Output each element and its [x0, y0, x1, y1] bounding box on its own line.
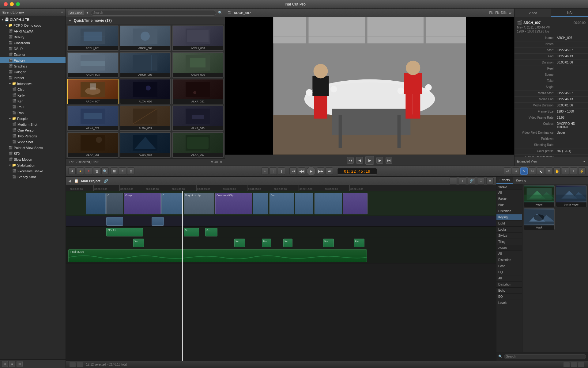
clip-v5[interactable] [253, 193, 268, 214]
clip-v4[interactable]: Garys test clip [184, 193, 214, 214]
tree-item-wide-shot[interactable]: 🎬 Wide Shot [0, 139, 66, 145]
tree-item-medium-shot[interactable]: 🎬 Medium Shot [0, 121, 66, 127]
clip-a3[interactable]: S... [262, 239, 271, 247]
close-button[interactable] [4, 2, 8, 6]
effects-cat-audio-all[interactable]: All [496, 251, 522, 257]
tree-item-kelly[interactable]: 🎬 Kelly [0, 92, 66, 98]
browser-filter-icon[interactable]: ⊙ [211, 160, 213, 164]
maximize-button[interactable] [16, 2, 20, 6]
effects-cat-audio-all2[interactable]: All [496, 275, 522, 282]
effects-cat-stylize[interactable]: Stylize [496, 233, 522, 239]
effects-cat-blur[interactable]: Blur [496, 202, 522, 208]
tree-item-classroom[interactable]: 🎬 Classroom [0, 40, 66, 46]
play-pause-button[interactable]: ▶ [365, 156, 374, 165]
tab-info[interactable]: Info [551, 9, 588, 17]
clip-comp1[interactable]: Comp... [124, 193, 161, 214]
tree-item-chip[interactable]: 🎬 Chip [0, 86, 66, 92]
browser-options-icon[interactable]: ⚙ [220, 160, 222, 164]
tree-item-halogen[interactable]: 🎬 Halogen [0, 69, 66, 75]
tree-item-stabilization[interactable]: ▼ 📁 Stabilization [0, 162, 66, 168]
clip-comp3[interactable] [343, 193, 368, 214]
inspector-view-dropdown-arrow[interactable]: ▼ [583, 160, 586, 163]
blade-button[interactable]: 🔪 [537, 167, 544, 175]
header-icons[interactable]: + [61, 10, 63, 14]
window-controls[interactable] [4, 2, 20, 6]
effects-cat-basics[interactable]: Basics [496, 196, 522, 202]
status-icons-right[interactable] [564, 362, 584, 367]
tree-item-one-person[interactable]: 🎬 One Person [0, 127, 66, 133]
status-icon-r3[interactable] [578, 362, 584, 367]
import-button[interactable]: ⬇ [68, 167, 76, 175]
effects-cat-all[interactable]: All [496, 190, 522, 196]
clip-v7[interactable] [295, 193, 313, 214]
timeline-zoom-out-button[interactable]: − [450, 177, 457, 185]
dropdown-arrow-icon[interactable]: ▼ [86, 11, 89, 14]
clip-alxa060[interactable]: ALXA_060 [172, 105, 224, 131]
inspector-view-selector[interactable]: Extended View ▼ [514, 157, 588, 166]
effects-cat-looks[interactable]: Looks [496, 227, 522, 233]
clip-b1[interactable] [106, 217, 123, 226]
tree-item-pov-shots[interactable]: 🎬 Point of View Shots [0, 145, 66, 151]
play-button[interactable]: ▶ [307, 167, 316, 176]
tree-item-two-persons[interactable]: 🎬 Two Persons [0, 133, 66, 139]
clip-a4[interactable]: S... [283, 239, 292, 247]
clip-alxa022[interactable]: ALXA_022 [67, 105, 119, 131]
effects-tab-keying[interactable]: Keying [513, 177, 529, 184]
status-icons-left[interactable] [70, 362, 83, 367]
effects-tab-effects[interactable]: Effects [496, 177, 513, 184]
clip-alxa067[interactable]: ALXA_067 [172, 132, 224, 158]
clip-alxa062[interactable]: ALXA_062 [120, 132, 171, 158]
tree-item-ken[interactable]: 🎬 Ken [0, 98, 66, 104]
effects-cat-audio-distortion2[interactable]: Distortion [496, 282, 522, 288]
clip-v3[interactable]: P... [161, 193, 183, 214]
tree-item-excessive-shake[interactable]: 🎬 Excessive Shake [0, 168, 66, 174]
list-view-button[interactable]: ≡ [9, 361, 15, 367]
select-tool-button[interactable]: ↖ [520, 167, 528, 175]
clip-alxa061[interactable]: ALXA_061 [67, 132, 119, 158]
add-to-timeline-button[interactable]: + [261, 167, 269, 175]
clip-arch006[interactable]: ARCH_006 [172, 52, 224, 78]
list-view-button[interactable]: ≡ [119, 167, 126, 175]
tree-item-glyph1tb[interactable]: ▼ 💾 GLYPH-1 TB [0, 17, 66, 22]
timeline-back-button[interactable]: ◀ [68, 179, 71, 183]
goto-end-button[interactable]: ⏭ [386, 157, 392, 164]
play-reverse-button[interactable]: ◀◀ [298, 167, 305, 175]
tree-item-slow-motion[interactable]: 🎬 Slow Motion [0, 156, 66, 162]
status-icon-2[interactable] [77, 362, 83, 367]
clip-alxa020[interactable]: ALXA_020 [120, 79, 171, 104]
clip-comp2[interactable]: Compound Clip [215, 193, 252, 214]
effects-search-input[interactable] [504, 354, 586, 359]
clip-a1[interactable]: C... [133, 239, 144, 247]
generators-button[interactable]: ⚡ [578, 167, 586, 175]
clip-alxa059[interactable]: ALXA_059 [120, 105, 171, 131]
tree-item-dslr[interactable]: 🎬 DSLR [0, 46, 66, 52]
tree-item-rob[interactable]: 🎬 Rob [0, 110, 66, 116]
clip-arch007[interactable]: ARCH_007 [67, 79, 119, 104]
effects-cat-distortion[interactable]: Distortion [496, 208, 522, 214]
tree-item-steady-shot[interactable]: 🎬 Steady Shot [0, 174, 66, 180]
effects-cat-audio-distortion[interactable]: Distortion [496, 257, 522, 263]
tree-item-beauty[interactable]: 🎬 Beauty [0, 34, 66, 40]
tab-video[interactable]: Video [514, 9, 551, 17]
status-icon-1[interactable] [70, 362, 76, 367]
browser-search-input[interactable] [91, 10, 216, 16]
clip-sfx1[interactable]: SFX A1 [106, 228, 143, 236]
tree-item-paul[interactable]: 🎬 Paul [0, 104, 66, 110]
clip-music[interactable]: Final Music [68, 249, 367, 262]
play-forward-button[interactable]: ▶▶ [317, 167, 324, 175]
timeline-zoom-in-button[interactable]: + [459, 177, 466, 185]
effects-cat-eq[interactable]: EQ [496, 269, 522, 275]
clip-view-button[interactable]: ⊟ [127, 167, 134, 175]
delete-button[interactable]: 🗑 [93, 167, 100, 175]
clip-arch004[interactable]: ARCH_004 [67, 52, 119, 78]
tree-item-graphics[interactable]: 🎬 Graphics [0, 63, 66, 69]
clip-a2[interactable]: S... [234, 239, 245, 247]
zoom-button[interactable]: ⊕ [545, 167, 552, 175]
timeline-link-button[interactable]: 🔗 [468, 177, 475, 185]
clip-arch002[interactable]: ARCH_002 [120, 25, 171, 51]
titles-button[interactable]: T [570, 167, 577, 175]
clip-v6[interactable]: Pau... [270, 193, 294, 214]
tree-item-fcpx-demo[interactable]: ▼ 📁 FCP X Demo copy [0, 22, 66, 28]
plus-icon[interactable]: + [61, 10, 63, 14]
grid-view-button[interactable]: ⊞ [17, 361, 23, 367]
